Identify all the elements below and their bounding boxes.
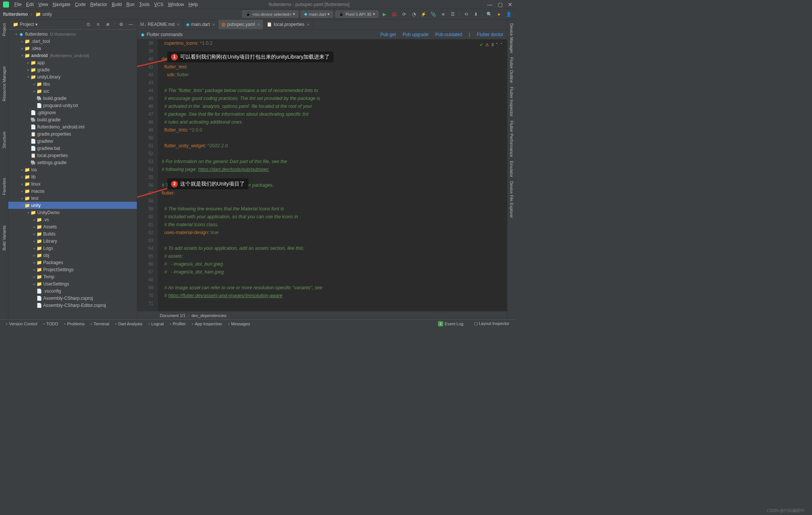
code-line-53[interactable]: # For information on the generic Dart pa… [162,158,507,166]
tree-item-gradlew[interactable]: 📄gradlew [8,137,137,145]
menu-build[interactable]: Build [109,2,124,7]
pub-link-pub-get[interactable]: Pub get [380,32,396,37]
code-line-54[interactable]: # following page: https://dart.dev/tools… [162,166,507,174]
run-icon[interactable]: ▶ [381,11,388,18]
code-line-68[interactable] [162,276,507,284]
right-tab-flutter-outline[interactable]: Flutter Outline [509,57,514,83]
code-line-64[interactable]: # To add assets to your application, add… [162,245,507,252]
hot-reload-icon[interactable]: ⚡ [420,11,427,18]
tree-item-settings-gradle[interactable]: 🐘settings.gradle [8,159,137,166]
tree-item-logs[interactable]: ▸📁Logs [8,245,137,252]
left-tab-project[interactable]: Project [2,23,6,36]
code-line-48[interactable]: # rules and activating additional ones. [162,118,507,126]
bottom-tab-logcat[interactable]: ▪Logcat [145,322,167,326]
right-tab-device-manager[interactable]: Device Manager [509,23,514,53]
expand-all-icon[interactable]: ≡ [94,21,102,28]
hide-icon[interactable]: — [127,21,135,28]
menu-help[interactable]: Help [186,2,200,7]
code-line-58[interactable] [162,197,507,205]
tree-item-obj[interactable]: ▸📁obj [8,252,137,259]
tree-item-assembly-csharp-editor-csproj[interactable]: 📄Assembly-CSharp-Editor.csproj [8,302,137,309]
right-tab-device-file-explorer[interactable]: Device File Explorer [509,181,514,218]
tree-item-builds[interactable]: ▸📁Builds [8,230,137,237]
menu-run[interactable]: Run [124,2,137,7]
stop-icon[interactable]: ■ [439,11,447,18]
tree-item-unitydemo[interactable]: ▾📁UnityDemo [8,209,137,216]
code-line-38[interactable]: cupertino_icons: ^1.0.2 [162,39,507,47]
menu-file[interactable]: File [12,2,24,7]
tree-item-src[interactable]: ▸📁src [8,88,137,95]
code-line-43[interactable] [162,79,507,87]
tree-item-gradle-properties[interactable]: 📋gradle.properties [8,130,137,137]
emulator-selector[interactable]: 📱Pixel 5 API 30▾ [335,11,379,18]
tree-item-lib[interactable]: ▸📁lib [8,173,137,180]
search-icon[interactable]: 🔍 [485,11,493,18]
profile-icon[interactable]: ◔ [410,11,418,18]
tree-item--gitignore[interactable]: 📄.gitignore [8,109,137,116]
right-tab-emulator[interactable]: Emulator [509,161,514,177]
code-line-42[interactable]: sdk: flutter [162,71,507,79]
layout-inspector-tab[interactable]: ▢ Layout Inspector [471,321,512,326]
close-tab-icon[interactable]: ✕ [307,23,310,27]
attach-icon[interactable]: 📎 [430,11,437,18]
bottom-tab-problems[interactable]: ▪Problems [61,322,88,326]
tree-item-gradle[interactable]: ▸📁gradle [8,66,137,73]
menu-vcs[interactable]: VCS [152,2,166,7]
inspection-badge[interactable]: ✔ ⚠ 3 ˄ ˅ [480,41,503,49]
tree-item-app[interactable]: ▸📁app [8,59,137,66]
chevron-up-icon[interactable]: ˄ [496,41,498,49]
left-tab-favorites[interactable]: Favorites [2,178,6,195]
tree-item-flutterdemo[interactable]: ▾◆flutterdemoD:\flutterdemo [8,30,137,38]
tree-item-build-gradle[interactable]: 🐘build.gradle [8,116,137,123]
minimize-icon[interactable]: — [487,2,492,8]
debug-icon[interactable]: 🐞 [391,11,398,18]
menu-edit[interactable]: Edit [24,2,36,7]
sync-icon[interactable]: ⟲ [462,11,470,18]
collapse-all-icon[interactable]: ≢ [104,21,112,28]
tree-item-packages[interactable]: ▸📁Packages [8,259,137,266]
left-tab-structure[interactable]: Structure [2,131,6,148]
project-tree[interactable]: ▾◆flutterdemoD:\flutterdemo▸📁.dart_tool▸… [8,30,137,319]
tree-item-macos[interactable]: ▸📁macos [8,187,137,195]
code-line-70[interactable]: # https://flutter.dev/assets-and-images/… [162,292,507,300]
editor-breadcrumb[interactable]: Document 1/1 › dev_dependencies: [137,311,507,319]
tree-item-gradlew-bat[interactable]: 📄gradlew.bat [8,145,137,152]
tree-item-build-gradle[interactable]: 🐘build.gradle [8,95,137,102]
code-line-60[interactable]: # included with your application, so tha… [162,213,507,221]
tree-item-local-properties[interactable]: 📋local.properties [8,152,137,159]
tree-item-usersettings[interactable]: ▸📁UserSettings [8,280,137,287]
sdk-icon[interactable]: ⬇ [472,11,480,18]
tree-item-flutterdemo-android-iml[interactable]: 📄flutterdemo_android.iml [8,123,137,130]
tree-item-projectsettings[interactable]: ▸📁ProjectSettings [8,266,137,273]
close-tab-icon[interactable]: ✕ [257,23,260,27]
folder-crumb[interactable]: unity [42,12,52,17]
pub-link-flutter-doctor[interactable]: Flutter doctor [477,32,503,37]
tree-item-proguard-unity-txt[interactable]: 📄proguard-unity.txt [8,102,137,109]
code-line-65[interactable]: # assets: [162,252,507,260]
right-tab-flutter-inspector[interactable]: Flutter Inspector [509,87,514,116]
bottom-tab-version-control[interactable]: ▪Version Control [3,322,40,326]
pub-link-pub-upgrade[interactable]: Pub upgrade [403,32,429,37]
right-tab-flutter-performance[interactable]: Flutter Performance [509,121,514,157]
editor-tab-pubspec-yaml[interactable]: ▦pubspec.yaml✕ [218,20,264,29]
menu-code[interactable]: Code [73,2,88,7]
settings-icon[interactable]: ⚙ [117,21,125,28]
code-editor[interactable]: 3839404142434445464748495051525354555657… [137,39,507,311]
bottom-tab-messages[interactable]: ▪Messages [225,322,253,326]
bottom-tab-app-inspection[interactable]: ▪App Inspection [189,322,225,326]
code-line-61[interactable]: # the material Icons class. [162,221,507,229]
bottom-tab-todo[interactable]: ▪TODO [40,322,61,326]
device-selector[interactable]: 📱<no device selected>▾ [242,11,298,18]
tree-item--dart-tool[interactable]: ▸📁.dart_tool [8,38,137,45]
editor-tab-readme-md[interactable]: M↓README.md✕ [137,20,183,29]
run-config-selector[interactable]: ◆main.dart▾ [301,11,333,18]
tree-item-temp[interactable]: ▸📁Temp [8,273,137,280]
maximize-icon[interactable]: ▢ [498,2,503,8]
editor-tab-local-properties[interactable]: 📋local.properties✕ [264,20,313,29]
code-line-66[interactable]: # - images/a_dot_burr.jpeg [162,260,507,268]
code-line-59[interactable]: # The following line ensures that the Ma… [162,205,507,213]
code-line-44[interactable]: # The "flutter_lints" package below cont… [162,87,507,95]
tree-item-library[interactable]: ▸📁Library [8,237,137,245]
tree-item-unity[interactable]: ▾📁unity [8,202,137,209]
code-line-46[interactable]: # activated in the `analysis_options.yam… [162,103,507,110]
